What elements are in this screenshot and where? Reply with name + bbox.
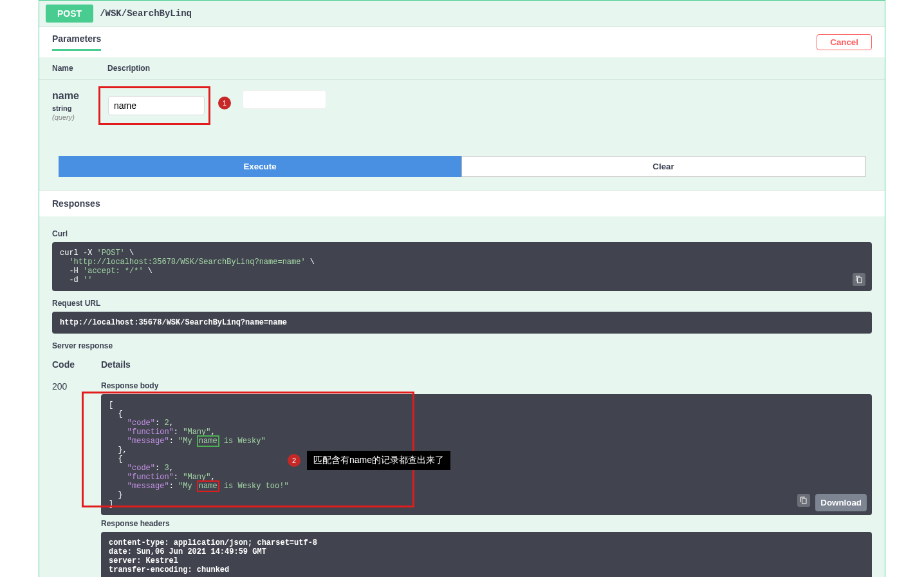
endpoint-header[interactable]: POST /WSK/SearchByLinq — [39, 1, 885, 26]
status-code: 200 — [52, 381, 101, 577]
col-header-description: Description — [107, 64, 872, 73]
col-header-name: Name — [52, 64, 107, 73]
parameters-header-row: Name Description — [39, 57, 885, 80]
method-badge: POST — [46, 5, 93, 23]
response-body-block[interactable]: [ { "code": 2, "function": "Many", "mess… — [101, 394, 872, 515]
response-content: Curl curl -X 'POST' \ 'http://localhost:… — [39, 216, 885, 577]
curl-block[interactable]: curl -X 'POST' \ 'http://localhost:35678… — [52, 242, 872, 291]
request-url-label: Request URL — [52, 299, 872, 308]
clear-button[interactable]: Clear — [461, 156, 865, 177]
execute-button[interactable]: Execute — [59, 156, 461, 177]
parameter-input[interactable] — [108, 96, 205, 115]
curl-label: Curl — [52, 229, 872, 238]
response-row: 200 Response body 2 匹配含有name的记录都查出来了 [ {… — [52, 375, 872, 577]
parameters-table: Name Description name string (query) 1 — [39, 57, 885, 151]
parameter-input-secondary[interactable] — [243, 90, 326, 109]
parameter-row: name string (query) 1 — [39, 80, 885, 151]
copy-icon[interactable] — [853, 273, 865, 286]
action-buttons: Execute Clear — [39, 151, 885, 190]
response-headers-block[interactable]: content-type: application/json; charset=… — [101, 532, 872, 577]
parameters-tab[interactable]: Parameters — [52, 33, 101, 51]
response-body-wrap: 2 匹配含有name的记录都查出来了 [ { "code": 2, "funct… — [101, 394, 872, 515]
details-col-header: Details — [101, 359, 872, 370]
endpoint-path: /WSK/SearchByLinq — [100, 8, 192, 19]
responses-section-header: Responses — [39, 190, 885, 216]
download-button[interactable]: Download — [815, 494, 867, 511]
annotation-badge-2: 2 — [288, 454, 300, 467]
code-col-header: Code — [52, 359, 101, 370]
server-response-label: Server response — [52, 341, 872, 350]
response-details: Response body 2 匹配含有name的记录都查出来了 [ { "co… — [101, 381, 872, 577]
parameters-tab-bar: Parameters Cancel — [39, 26, 885, 57]
parameter-value-cell: 1 — [107, 90, 872, 125]
annotation-highlight-1 — [98, 86, 210, 125]
response-header-row: Code Details — [52, 354, 872, 375]
annotation-text-2: 匹配含有name的记录都查出来了 — [307, 451, 450, 470]
request-url-block[interactable]: http://localhost:35678/WSK/SearchByLinq?… — [52, 312, 872, 334]
response-headers-label: Response headers — [101, 519, 872, 528]
annotation-badge-1: 1 — [218, 97, 231, 109]
swagger-operation-block: POST /WSK/SearchByLinq Parameters Cancel… — [39, 0, 885, 577]
annotation-2: 2 匹配含有name的记录都查出来了 — [288, 451, 450, 470]
copy-icon[interactable] — [797, 494, 810, 507]
response-body-label: Response body — [101, 381, 872, 390]
cancel-button[interactable]: Cancel — [817, 34, 872, 50]
